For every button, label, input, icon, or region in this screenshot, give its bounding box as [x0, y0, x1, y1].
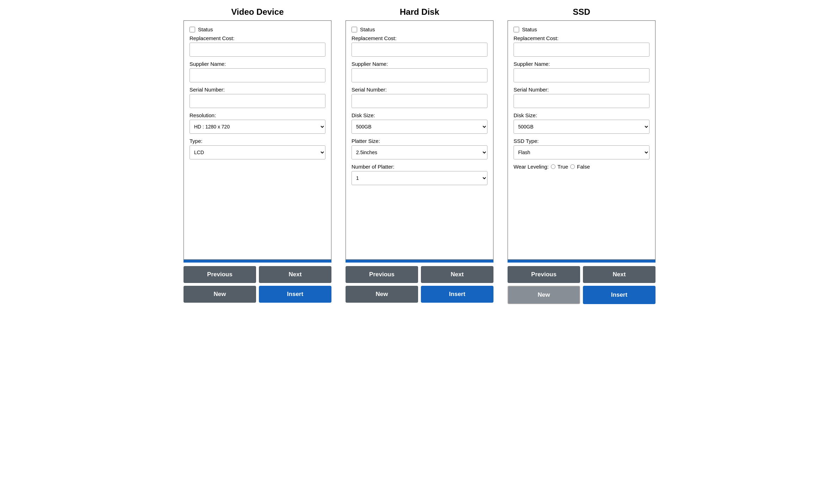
video-device-blue-bar — [184, 260, 331, 263]
hard-disk-supplier-name-input-field — [352, 68, 487, 82]
ssd-form: StatusReplacement Cost:Supplier Name:Ser… — [508, 20, 655, 260]
hard-disk-supplier-name-input[interactable] — [352, 68, 487, 82]
hard-disk-serial-number-input-field — [352, 94, 487, 108]
hard-disk-status-checkbox[interactable] — [352, 27, 357, 32]
ssd-title: SSD — [573, 7, 590, 17]
ssd-replacement-cost-input-field — [514, 43, 650, 57]
ssd-supplier-name-input[interactable] — [514, 68, 650, 82]
video-device-title: Video Device — [231, 7, 284, 17]
video-device-form: StatusReplacement Cost:Supplier Name:Ser… — [184, 20, 331, 260]
hard-disk-disk-size-select-field: 500GB1TB2TB4TB — [352, 120, 487, 134]
video-device-resolution-select-field: HD : 1280 x 720FHD : 1920 x 10804K : 384… — [189, 120, 325, 134]
hard-disk-replacement-cost-input[interactable] — [352, 43, 487, 57]
video-device-supplier-name-input-field — [189, 68, 325, 82]
video-device-button-grid: PreviousNextNewInsert — [184, 263, 331, 306]
video-device-serial-number-input[interactable] — [189, 94, 325, 108]
hard-disk-number-of-platter-select[interactable]: 1234 — [352, 171, 487, 185]
video-device-previous-btn[interactable]: Previous — [184, 266, 256, 283]
video-device-status-label: Status — [198, 26, 213, 32]
video-device-status-row: Status — [189, 26, 325, 32]
video-device-replacement-cost-label: Replacement Cost: — [189, 35, 325, 41]
video-device-new-btn[interactable]: New — [184, 286, 256, 303]
video-device-type-select[interactable]: LCDLEDOLEDCRT — [189, 145, 325, 159]
ssd-ssd-type-label: SSD Type: — [514, 138, 650, 144]
panel-ssd: SSDStatusReplacement Cost:Supplier Name:… — [508, 7, 655, 308]
hard-disk-status-label: Status — [360, 26, 375, 32]
video-device-supplier-name-input[interactable] — [189, 68, 325, 82]
hard-disk-disk-size-label: Disk Size: — [352, 112, 487, 118]
video-device-resolution-select[interactable]: HD : 1280 x 720FHD : 1920 x 10804K : 384… — [189, 120, 325, 134]
hard-disk-next-btn[interactable]: Next — [421, 266, 493, 283]
hard-disk-new-btn[interactable]: New — [346, 286, 418, 303]
ssd-button-grid: PreviousNextNewInsert — [508, 263, 655, 308]
video-device-insert-btn[interactable]: Insert — [259, 286, 331, 303]
hard-disk-serial-number-input[interactable] — [352, 94, 487, 108]
video-device-status-checkbox[interactable] — [189, 27, 195, 32]
hard-disk-blue-bar — [346, 260, 493, 263]
hard-disk-button-grid: PreviousNextNewInsert — [346, 263, 493, 306]
hard-disk-replacement-cost-input-field — [352, 43, 487, 57]
ssd-disk-size-label: Disk Size: — [514, 112, 650, 118]
video-device-replacement-cost-input[interactable] — [189, 43, 325, 57]
hard-disk-previous-btn[interactable]: Previous — [346, 266, 418, 283]
ssd-replacement-cost-input[interactable] — [514, 43, 650, 57]
ssd-wear-true-radio[interactable] — [551, 164, 555, 169]
hard-disk-replacement-cost-label: Replacement Cost: — [352, 35, 487, 41]
ssd-serial-number-input[interactable] — [514, 94, 650, 108]
ssd-wear-false-label: False — [577, 164, 590, 170]
ssd-previous-btn[interactable]: Previous — [508, 266, 580, 283]
ssd-status-row: Status — [514, 26, 650, 32]
panel-hard-disk: Hard DiskStatusReplacement Cost:Supplier… — [346, 7, 493, 306]
ssd-supplier-name-input-field — [514, 68, 650, 82]
hard-disk-number-of-platter-select-field: 1234 — [352, 171, 487, 185]
ssd-wear-leveling-label: Wear Leveling: — [514, 164, 549, 170]
hard-disk-platter-size-label: Platter Size: — [352, 138, 487, 144]
ssd-wear-false-radio[interactable] — [570, 164, 575, 169]
ssd-disk-size-select-field: 500GB1TB2TB — [514, 120, 650, 134]
ssd-serial-number-input-field — [514, 94, 650, 108]
hard-disk-disk-size-select[interactable]: 500GB1TB2TB4TB — [352, 120, 487, 134]
video-device-resolution-label: Resolution: — [189, 112, 325, 118]
video-device-serial-number-input-field — [189, 94, 325, 108]
hard-disk-supplier-name-label: Supplier Name: — [352, 61, 487, 67]
hard-disk-status-row: Status — [352, 26, 487, 32]
ssd-insert-btn[interactable]: Insert — [583, 286, 655, 304]
ssd-wear-true-label: True — [558, 164, 568, 170]
video-device-replacement-cost-input-field — [189, 43, 325, 57]
video-device-serial-number-label: Serial Number: — [189, 87, 325, 93]
ssd-disk-size-select[interactable]: 500GB1TB2TB — [514, 120, 650, 134]
hard-disk-form: StatusReplacement Cost:Supplier Name:Ser… — [346, 20, 493, 260]
ssd-ssd-type-select[interactable]: FlashDRAM3D NAND — [514, 145, 650, 159]
ssd-supplier-name-label: Supplier Name: — [514, 61, 650, 67]
hard-disk-insert-btn[interactable]: Insert — [421, 286, 493, 303]
hard-disk-serial-number-label: Serial Number: — [352, 87, 487, 93]
ssd-new-btn[interactable]: New — [508, 286, 580, 304]
panel-video-device: Video DeviceStatusReplacement Cost:Suppl… — [184, 7, 331, 306]
ssd-status-label: Status — [522, 26, 537, 32]
ssd-ssd-type-select-field: FlashDRAM3D NAND — [514, 145, 650, 159]
video-device-next-btn[interactable]: Next — [259, 266, 331, 283]
ssd-wear-leveling-row: Wear Leveling: TrueFalse — [514, 164, 650, 170]
ssd-serial-number-label: Serial Number: — [514, 87, 650, 93]
video-device-type-label: Type: — [189, 138, 325, 144]
video-device-type-select-field: LCDLEDOLEDCRT — [189, 145, 325, 159]
hard-disk-title: Hard Disk — [400, 7, 439, 17]
video-device-supplier-name-label: Supplier Name: — [189, 61, 325, 67]
ssd-status-checkbox[interactable] — [514, 27, 519, 32]
ssd-blue-bar — [508, 260, 655, 263]
hard-disk-number-of-platter-label: Number of Platter: — [352, 164, 487, 170]
ssd-replacement-cost-label: Replacement Cost: — [514, 35, 650, 41]
hard-disk-platter-size-select-field: 2.5inches3.5inches — [352, 145, 487, 159]
page-container: Video DeviceStatusReplacement Cost:Suppl… — [173, 7, 666, 308]
ssd-next-btn[interactable]: Next — [583, 266, 655, 283]
hard-disk-platter-size-select[interactable]: 2.5inches3.5inches — [352, 145, 487, 159]
